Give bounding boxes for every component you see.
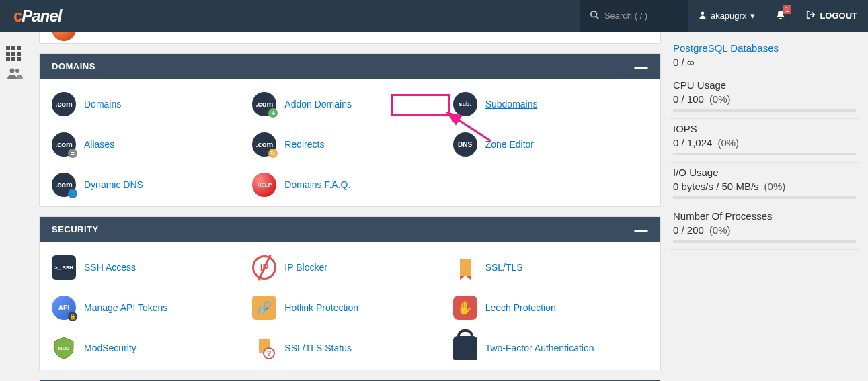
chevron-down-icon: ▾ bbox=[750, 11, 755, 21]
stat-bar bbox=[673, 240, 856, 243]
logout-button[interactable]: LOGOUT bbox=[795, 0, 868, 32]
grid-view-icon[interactable] bbox=[6, 46, 24, 60]
stat-value: 0 bytes/s / 50 MB/s(0%) bbox=[673, 181, 856, 192]
stat-title: I/O Usage bbox=[673, 167, 856, 178]
item-label: IP Blocker bbox=[284, 262, 327, 273]
item-aliases[interactable]: = Aliases bbox=[52, 127, 247, 162]
dynamic-dns-icon: 🌐 bbox=[52, 173, 76, 197]
item-api-tokens[interactable]: 🔒 Manage API Tokens bbox=[52, 290, 247, 325]
item-domains-faq[interactable]: Domains F.A.Q. bbox=[252, 167, 447, 202]
panel-stub-top bbox=[39, 32, 661, 44]
item-dynamic-dns[interactable]: 🌐 Dynamic DNS bbox=[52, 167, 247, 202]
item-ssh-access[interactable]: SSH Access bbox=[52, 250, 247, 285]
search-icon bbox=[590, 10, 599, 22]
ssl-status-icon: ? bbox=[252, 336, 276, 360]
api-tokens-icon: 🔒 bbox=[52, 296, 76, 320]
svg-point-2 bbox=[701, 12, 705, 15]
domains-faq-icon bbox=[252, 173, 276, 197]
users-view-icon[interactable] bbox=[6, 67, 24, 80]
search-box[interactable] bbox=[580, 0, 688, 32]
stat-bar bbox=[673, 196, 856, 199]
item-label: SSL/TLS bbox=[485, 262, 523, 273]
stat-value: 0 / 200(0%) bbox=[673, 224, 856, 236]
item-label: Two-Factor Authentication bbox=[485, 343, 594, 353]
item-label: Manage API Tokens bbox=[84, 302, 167, 313]
subdomains-icon bbox=[453, 92, 477, 116]
top-header: cPanel akapugrx ▾ 1 LOGOUT bbox=[0, 0, 868, 32]
redirects-icon: ↻ bbox=[252, 132, 276, 157]
notif-count-badge: 1 bbox=[783, 5, 792, 14]
stats-sidebar: PostgreSQL Databases 0 / ∞ CPU Usage 0 /… bbox=[670, 32, 859, 381]
item-label: Addon Domains bbox=[284, 99, 352, 110]
stat-title: CPU Usage bbox=[673, 79, 856, 91]
item-subdomains[interactable]: Subdomains bbox=[453, 87, 648, 122]
item-label: Domains bbox=[84, 99, 121, 110]
item-label: Aliases bbox=[84, 139, 114, 150]
cpanel-logo[interactable]: cPanel bbox=[0, 7, 75, 26]
item-ssl-tls[interactable]: SSL/TLS bbox=[453, 250, 648, 285]
stat-value: 0 / 100(0%) bbox=[673, 93, 856, 105]
svg-line-1 bbox=[596, 16, 599, 19]
stat-processes: Number Of Processes 0 / 200(0%) bbox=[670, 206, 859, 250]
modsecurity-icon: MOD bbox=[52, 336, 76, 360]
item-two-factor-auth[interactable]: Two-Factor Authentication bbox=[453, 331, 648, 366]
stat-value: 0 / 1,024(0%) bbox=[673, 137, 856, 149]
svg-point-0 bbox=[591, 11, 597, 17]
panel-title: SECURITY bbox=[52, 224, 99, 235]
user-menu[interactable]: akapugrx ▾ bbox=[688, 0, 766, 32]
stub-icon bbox=[52, 32, 76, 41]
stat-cpu: CPU Usage 0 / 100(0%) bbox=[670, 75, 859, 119]
leech-icon: ✋ bbox=[453, 296, 477, 320]
ssl-tls-icon bbox=[453, 255, 477, 280]
username-label: akapugrx bbox=[711, 11, 746, 21]
svg-point-3 bbox=[10, 69, 15, 73]
item-zone-editor[interactable]: ✎ Zone Editor bbox=[453, 127, 648, 162]
stat-link-postgresql[interactable]: PostgreSQL Databases bbox=[673, 42, 779, 54]
hotlink-icon: 🔗 bbox=[252, 296, 276, 320]
logout-icon bbox=[806, 10, 816, 22]
addon-domains-icon: + bbox=[252, 92, 276, 116]
ssh-icon bbox=[52, 255, 76, 280]
search-input[interactable] bbox=[604, 11, 672, 21]
stat-postgresql: PostgreSQL Databases 0 / ∞ bbox=[670, 38, 859, 75]
item-addon-domains[interactable]: + Addon Domains bbox=[252, 87, 447, 122]
item-label: Subdomains bbox=[485, 99, 538, 110]
left-sidebar bbox=[0, 32, 30, 87]
svg-point-4 bbox=[15, 69, 19, 73]
two-factor-icon bbox=[453, 336, 477, 360]
item-redirects[interactable]: ↻ Redirects bbox=[252, 127, 447, 162]
item-label: Hotlink Protection bbox=[284, 302, 358, 313]
panel-header-domains[interactable]: DOMAINS — bbox=[40, 54, 660, 79]
item-hotlink-protection[interactable]: 🔗 Hotlink Protection bbox=[252, 290, 447, 325]
item-label: Leech Protection bbox=[485, 302, 556, 313]
item-label: SSH Access bbox=[84, 262, 136, 273]
panel-security: SECURITY — SSH Access IP Blocker SSL/TLS… bbox=[39, 216, 661, 370]
item-label: Zone Editor bbox=[485, 139, 534, 150]
svg-text:?: ? bbox=[267, 349, 272, 357]
stat-bar bbox=[673, 109, 856, 112]
stat-iops: IOPS 0 / 1,024(0%) bbox=[670, 119, 859, 163]
item-modsecurity[interactable]: MOD ModSecurity bbox=[52, 331, 247, 366]
svg-text:MOD: MOD bbox=[58, 346, 69, 351]
item-label: ModSecurity bbox=[84, 343, 136, 353]
item-domains[interactable]: Domains bbox=[52, 87, 247, 122]
stat-value: 0 / ∞ bbox=[673, 56, 856, 68]
item-ssl-tls-status[interactable]: ? SSL/TLS Status bbox=[252, 331, 447, 366]
item-label: Domains F.A.Q. bbox=[284, 179, 350, 190]
stat-io-usage: I/O Usage 0 bytes/s / 50 MB/s(0%) bbox=[670, 163, 859, 206]
item-leech-protection[interactable]: ✋ Leech Protection bbox=[453, 290, 648, 325]
ip-blocker-icon bbox=[252, 255, 276, 280]
stat-title: Number Of Processes bbox=[673, 210, 856, 222]
item-label: Dynamic DNS bbox=[84, 179, 143, 190]
aliases-icon: = bbox=[52, 132, 76, 157]
panel-header-security[interactable]: SECURITY — bbox=[40, 217, 660, 242]
item-label: Redirects bbox=[284, 139, 324, 150]
notifications-button[interactable]: 1 bbox=[766, 0, 795, 32]
panel-domains: DOMAINS — Domains + Addon Domains Subdom… bbox=[39, 53, 661, 207]
domains-icon bbox=[52, 92, 76, 116]
logout-label: LOGOUT bbox=[820, 11, 857, 21]
item-label: SSL/TLS Status bbox=[284, 343, 352, 353]
panel-title: DOMAINS bbox=[52, 61, 95, 71]
stat-bar bbox=[673, 153, 856, 155]
item-ip-blocker[interactable]: IP Blocker bbox=[252, 250, 447, 285]
